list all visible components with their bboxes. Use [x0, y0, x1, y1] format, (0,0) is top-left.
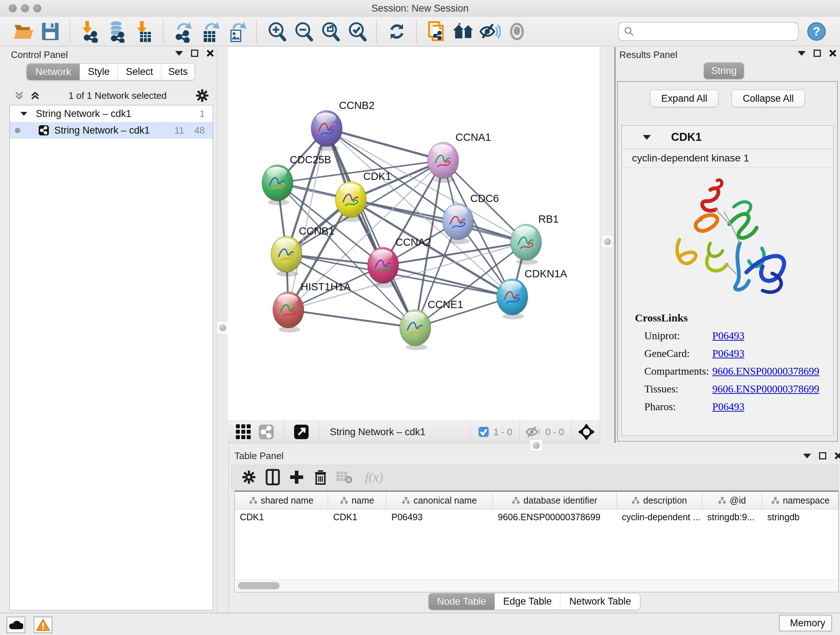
tab-network-table[interactable]: Network Table	[561, 593, 640, 610]
function-builder-icon[interactable]: f(x)	[358, 467, 390, 487]
zoom-window-button[interactable]	[33, 4, 41, 12]
tab-edge-table[interactable]: Edge Table	[495, 593, 561, 610]
close-panel-icon[interactable]	[834, 452, 840, 460]
zoom-fit-icon[interactable]	[319, 20, 341, 43]
zoom-out-icon[interactable]	[292, 20, 315, 43]
options-gear-icon[interactable]	[195, 88, 210, 103]
export-image-icon[interactable]	[226, 20, 248, 43]
save-session-icon[interactable]	[39, 20, 62, 43]
network-row-selected[interactable]: String Network – cdk1 11 48	[10, 122, 213, 139]
float-panel-icon[interactable]	[813, 50, 821, 57]
crosslink-link[interactable]: P06493	[712, 348, 745, 359]
table-cell[interactable]: P06493	[386, 509, 493, 524]
expand-all-icon[interactable]	[30, 91, 41, 100]
column-header-description[interactable]: description	[617, 492, 702, 509]
column-header-@id[interactable]: @id	[702, 492, 762, 509]
column-header-database-identifier[interactable]: database identifier	[493, 492, 617, 509]
table-cell[interactable]: CDK1	[235, 509, 328, 524]
grid-annotation-icon[interactable]	[235, 424, 252, 440]
float-panel-icon[interactable]	[819, 452, 826, 459]
minimize-window-button[interactable]	[21, 4, 29, 12]
close-panel-icon[interactable]	[206, 49, 214, 57]
warnings-button[interactable]	[34, 616, 52, 633]
panel-menu-icon[interactable]	[175, 51, 183, 56]
memory-button[interactable]: Memory	[779, 615, 832, 631]
expand-all-button[interactable]: Expand All	[650, 90, 719, 107]
collection-expander-icon[interactable]	[21, 111, 27, 116]
left-splitter-handle[interactable]	[217, 321, 228, 334]
column-header-shared-name[interactable]: shared name	[235, 492, 328, 509]
zoom-selected-icon[interactable]	[346, 20, 368, 43]
hidden-eye-icon[interactable]	[526, 425, 541, 439]
open-session-icon[interactable]	[12, 20, 35, 43]
panel-menu-icon[interactable]	[798, 51, 806, 56]
network-node-RB1[interactable]: RB1	[510, 213, 559, 264]
table-cell[interactable]: stringdb	[762, 509, 839, 524]
delete-column-icon[interactable]	[310, 467, 331, 487]
refresh-icon[interactable]	[386, 20, 408, 43]
table-cell[interactable]: cyclin-dependent ...	[617, 509, 702, 524]
network-node-CDC6[interactable]: CDC6	[442, 193, 499, 244]
table-cell[interactable]: 9606.ENSP00000378699	[493, 509, 617, 524]
hscrollbar-thumb[interactable]	[238, 582, 279, 589]
cloud-button[interactable]	[6, 616, 25, 633]
network-node-CCNB1[interactable]: CCNB1	[271, 225, 334, 277]
tab-node-table[interactable]: Node Table	[429, 593, 495, 610]
column-header-name[interactable]: name	[328, 492, 386, 509]
export-table-icon[interactable]	[199, 20, 221, 43]
network-node-CCNA1[interactable]: CCNA1	[428, 131, 491, 183]
close-window-button[interactable]	[9, 4, 17, 12]
column-header-canonical-name[interactable]: canonical name	[386, 492, 493, 509]
string-share-icon[interactable]	[258, 424, 274, 440]
tab-select[interactable]: Select	[118, 64, 161, 80]
table-toolbar: f(x)	[232, 465, 838, 489]
delete-table-icon[interactable]	[334, 467, 355, 487]
crosslink-link[interactable]: 9606.ENSP00000378699	[712, 365, 819, 377]
table-options-gear-icon[interactable]	[238, 467, 259, 487]
collapse-all-button[interactable]: Collapse All	[731, 90, 805, 107]
gene-expander-icon[interactable]	[643, 135, 651, 140]
import-database-icon[interactable]	[106, 20, 128, 43]
hide-panels-eye-icon[interactable]	[479, 20, 501, 43]
tab-string[interactable]: String	[704, 63, 744, 79]
tab-sets[interactable]: Sets	[161, 64, 195, 80]
network-collection-row[interactable]: String Network – cdk1 1	[10, 105, 213, 122]
right-splitter[interactable]	[600, 47, 615, 443]
table-cell[interactable]: CDK1	[328, 509, 386, 524]
import-network-icon[interactable]	[79, 20, 101, 43]
crosslink-link[interactable]: P06493	[712, 330, 745, 342]
search-input[interactable]	[638, 26, 793, 38]
collapse-all-icon[interactable]	[14, 91, 25, 100]
table-cell[interactable]: stringdb:9...	[702, 509, 762, 524]
left-splitter[interactable]	[217, 47, 229, 613]
selected-checkbox-icon[interactable]	[478, 426, 489, 437]
show-panels-eye-icon[interactable]	[506, 20, 528, 43]
crosslink-link[interactable]: 9606.ENSP00000378699	[712, 383, 819, 395]
table-hscrollbar[interactable]	[235, 580, 838, 592]
column-header-namespace[interactable]: namespace	[762, 492, 839, 509]
help-icon[interactable]: ?	[805, 20, 828, 43]
panel-menu-icon[interactable]	[803, 454, 811, 458]
tab-network[interactable]: Network	[27, 64, 80, 80]
home-icon[interactable]	[452, 20, 475, 43]
float-panel-icon[interactable]	[191, 50, 198, 57]
clone-network-icon[interactable]	[425, 20, 448, 43]
right-splitter-handle[interactable]	[602, 235, 613, 248]
zoom-in-icon[interactable]	[265, 20, 288, 43]
network-canvas[interactable]: CCNB2CCNA1CDC25BCDK1CDC6RB1CCNB1CCNA2CDK…	[228, 47, 600, 421]
open-in-window-icon[interactable]	[294, 424, 309, 440]
import-table-icon[interactable]	[133, 20, 155, 43]
export-network-icon[interactable]	[172, 20, 195, 43]
gene-header-row[interactable]: CDK1	[622, 126, 833, 149]
show-columns-icon[interactable]	[262, 467, 283, 487]
table-row[interactable]: CDK1CDK1P064939606.ENSP00000378699cyclin…	[235, 509, 838, 524]
network-node-HIST1H1A[interactable]: HIST1H1A	[273, 281, 351, 333]
network-node-CDKN1A[interactable]: CDKN1A	[497, 268, 567, 319]
close-panel-icon[interactable]	[829, 49, 837, 57]
add-column-icon[interactable]	[286, 467, 307, 487]
birdseye-crosshair-icon[interactable]	[578, 424, 595, 440]
tab-style[interactable]: Style	[80, 64, 118, 80]
crosslink-link[interactable]: P06493	[712, 401, 745, 413]
horizontal-splitter[interactable]	[229, 443, 840, 449]
network-node-CCNE1[interactable]: CCNE1	[400, 299, 463, 350]
